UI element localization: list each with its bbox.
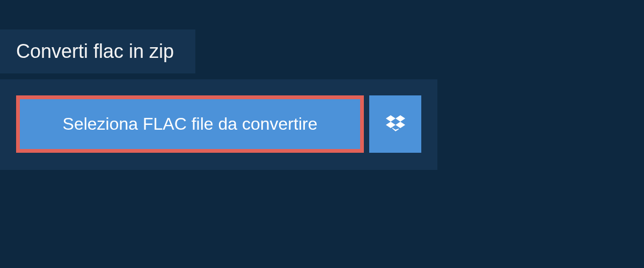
- tab-convert-flac-zip[interactable]: Converti flac in zip: [0, 29, 195, 73]
- select-file-button-label: Seleziona FLAC file da convertire: [63, 114, 318, 134]
- dropbox-icon: [386, 114, 405, 135]
- button-row: Seleziona FLAC file da convertire: [16, 95, 421, 153]
- select-file-button[interactable]: Seleziona FLAC file da convertire: [16, 95, 364, 153]
- dropbox-button[interactable]: [369, 95, 421, 153]
- tab-title: Converti flac in zip: [16, 40, 174, 62]
- conversion-panel: Seleziona FLAC file da convertire: [0, 79, 437, 170]
- tab-container: Converti flac in zip: [0, 29, 195, 73]
